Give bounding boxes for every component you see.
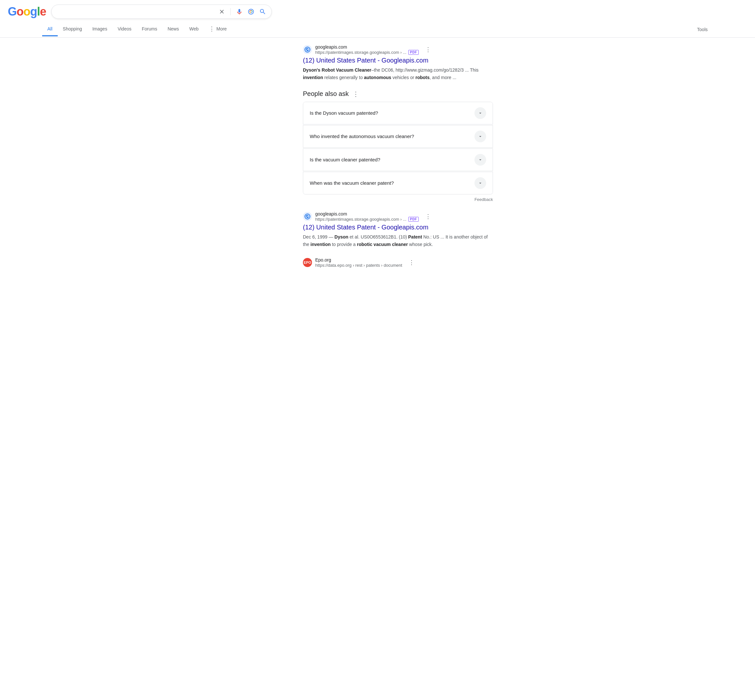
result-title-1[interactable]: (12) United States Patent - Googleapis.c… (303, 56, 493, 64)
globe-icon-1 (304, 47, 310, 53)
paa-dots-icon: ⋮ (352, 90, 359, 98)
paa-question-text-3: Is the vacuum cleaner patented? (310, 157, 381, 162)
vertical-dots-icon-3: ⋮ (409, 259, 415, 266)
paa-question-1[interactable]: Is the Dyson vacuum patented? (303, 102, 493, 124)
paa-title: People also ask (303, 90, 349, 98)
clear-icon (219, 8, 225, 15)
epo-icon: EPO (303, 258, 312, 267)
clear-search-button[interactable] (219, 8, 225, 15)
paa-feedback[interactable]: Feedback (303, 195, 493, 202)
site-icon-1 (303, 45, 312, 54)
site-url-2: https://patentimages.storage.googleapis.… (315, 217, 419, 222)
pdf-badge-2: PDF (408, 217, 419, 222)
site-icon-2 (303, 212, 312, 221)
globe-svg-2 (305, 214, 309, 219)
paa-question-2[interactable]: Who invented the autonomous vacuum clean… (303, 125, 493, 147)
tab-web[interactable]: Web (184, 22, 204, 36)
svg-point-1 (251, 11, 252, 12)
paa-item-2: Who invented the autonomous vacuum clean… (303, 125, 493, 148)
paa-header: People also ask ⋮ (303, 90, 493, 98)
tools-tab[interactable]: Tools (692, 23, 713, 36)
people-also-ask-section: People also ask ⋮ Is the Dyson vacuum pa… (303, 90, 493, 202)
site-name-2: googleapis.com (315, 211, 419, 217)
mic-icon (236, 8, 243, 15)
site-url-1: https://patentimages.storage.googleapis.… (315, 50, 419, 55)
search-result-2: googleapis.com https://patentimages.stor… (303, 211, 493, 248)
paa-chevron-4 (475, 177, 486, 189)
chevron-down-icon-4 (478, 181, 483, 186)
logo-o1: o (17, 5, 23, 19)
search-icons (219, 8, 266, 15)
mic-button[interactable] (236, 8, 243, 15)
paa-question-text-1: Is the Dyson vacuum patented? (310, 110, 378, 116)
search-result-3: EPO Epo.org https://data.epo.org › rest … (303, 257, 493, 268)
paa-more-button[interactable]: ⋮ (352, 90, 359, 98)
globe-icon-2 (304, 214, 310, 219)
site-info-2: googleapis.com https://patentimages.stor… (315, 211, 419, 222)
paa-chevron-2 (475, 131, 486, 142)
tab-all[interactable]: All (42, 22, 58, 36)
site-info-3: Epo.org https://data.epo.org › rest › pa… (315, 257, 402, 268)
result-more-button-2[interactable]: ⋮ (423, 212, 433, 221)
tab-news[interactable]: News (163, 22, 184, 36)
tab-shopping[interactable]: Shopping (58, 22, 87, 36)
nav-tabs: All Shopping Images Videos Forums News W… (0, 21, 755, 38)
result-source-2: googleapis.com https://patentimages.stor… (303, 211, 493, 222)
paa-item-1: Is the Dyson vacuum patented? (303, 102, 493, 125)
search-result-1: googleapis.com https://patentimages.stor… (303, 44, 493, 81)
chevron-down-icon-1 (478, 111, 483, 116)
paa-question-3[interactable]: Is the vacuum cleaner patented? (303, 148, 493, 171)
result-more-button-1[interactable]: ⋮ (423, 45, 433, 54)
site-name-1: googleapis.com (315, 44, 419, 50)
main-content: googleapis.com https://patentimages.stor… (254, 38, 501, 283)
site-info-1: googleapis.com https://patentimages.stor… (315, 44, 419, 55)
lens-icon (247, 8, 255, 15)
vertical-dots-icon-1: ⋮ (425, 46, 431, 53)
paa-question-text-4: When was the vacuum cleaner patent? (310, 180, 394, 186)
result-snippet-2: Dec 6, 1999 — Dyson et al. US0O6553612B1… (303, 233, 493, 248)
paa-chevron-1 (475, 107, 486, 119)
result-snippet-1: Dyson's Robot Vacuum Cleaner–the DC06, h… (303, 66, 493, 81)
paa-chevron-3 (475, 154, 486, 166)
logo-o2: o (23, 5, 30, 19)
logo-e: e (40, 5, 46, 19)
header: Google dyson autonomous vacuum cleaner p… (0, 0, 755, 19)
vertical-dots-icon-2: ⋮ (425, 213, 431, 220)
search-bar: dyson autonomous vacuum cleaner patent f… (51, 5, 272, 19)
google-logo: Google (8, 5, 46, 19)
paa-question-4[interactable]: When was the vacuum cleaner patent? (303, 172, 493, 194)
logo-g: G (8, 5, 17, 19)
paa-item-4: When was the vacuum cleaner patent? (303, 172, 493, 194)
lens-button[interactable] (247, 8, 255, 15)
tab-more[interactable]: ⋮ More (204, 21, 232, 37)
paa-items: Is the Dyson vacuum patented? Who invent… (303, 102, 493, 194)
paa-question-text-2: Who invented the autonomous vacuum clean… (310, 133, 414, 139)
logo-g2: g (30, 5, 37, 19)
globe-svg-1 (305, 48, 309, 52)
pdf-badge-1: PDF (408, 50, 419, 55)
tab-forums[interactable]: Forums (136, 22, 162, 36)
result-source-1: googleapis.com https://patentimages.stor… (303, 44, 493, 55)
tab-videos[interactable]: Videos (113, 22, 137, 36)
chevron-down-icon-2 (478, 134, 483, 139)
result-source-3: EPO Epo.org https://data.epo.org › rest … (303, 257, 493, 268)
site-name-3: Epo.org (315, 257, 402, 263)
search-input[interactable]: dyson autonomous vacuum cleaner patent f… (57, 8, 215, 15)
result-more-button-3[interactable]: ⋮ (407, 258, 417, 267)
site-url-3: https://data.epo.org › rest › patents › … (315, 263, 402, 268)
search-icon (259, 8, 266, 15)
logo-l: l (37, 5, 40, 19)
tab-images[interactable]: Images (87, 22, 113, 36)
chevron-down-icon-3 (478, 157, 483, 162)
result-title-2[interactable]: (12) United States Patent - Googleapis.c… (303, 223, 493, 231)
search-button[interactable] (259, 8, 266, 15)
more-dots-icon: ⋮ (209, 25, 215, 33)
paa-item-3: Is the vacuum cleaner patented? (303, 148, 493, 171)
